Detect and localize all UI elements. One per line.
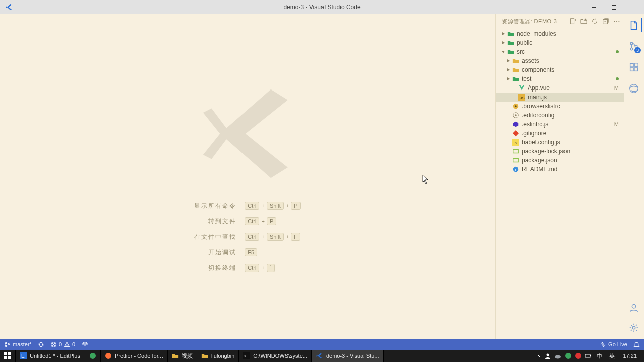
tree-item-label: .gitignore xyxy=(522,130,619,137)
folder-icon xyxy=(172,352,179,359)
svg-point-54 xyxy=(547,354,549,356)
start-button[interactable] xyxy=(0,350,16,362)
sync-status[interactable] xyxy=(38,341,44,348)
new-file-icon[interactable] xyxy=(569,17,577,25)
taskbar-item[interactable]: EUntitled1 * - EditPlus xyxy=(16,350,85,362)
file--editorconfig[interactable]: .editorconfig xyxy=(496,111,624,120)
git-dot-icon xyxy=(616,50,619,53)
eslint-icon xyxy=(512,120,520,128)
explorer-activity-icon[interactable] xyxy=(626,17,642,33)
twisty-icon[interactable] xyxy=(505,76,512,81)
svg-rect-28 xyxy=(630,68,633,71)
folder-node-modules[interactable]: node_modules xyxy=(496,29,624,38)
source-control-activity-icon[interactable]: 3 xyxy=(626,38,642,54)
svg-rect-59 xyxy=(590,355,591,356)
folder-assets[interactable]: assets xyxy=(496,56,624,65)
svg-point-32 xyxy=(632,305,635,308)
tray-battery-icon[interactable] xyxy=(585,352,592,359)
edge-tools-activity-icon[interactable] xyxy=(626,80,642,97)
problems-status[interactable]: 0 0 xyxy=(50,341,75,348)
folder-src[interactable]: src xyxy=(496,47,624,56)
close-button[interactable] xyxy=(624,0,644,14)
tree-item-label: App.vue xyxy=(528,84,612,92)
twisty-icon[interactable] xyxy=(500,49,507,54)
notifications-status[interactable] xyxy=(633,341,640,348)
tree-item-label: components xyxy=(522,66,619,73)
file-app-vue[interactable]: App.vueM xyxy=(496,83,624,93)
ime-indicator-2[interactable]: 英 xyxy=(607,352,617,360)
account-activity-icon[interactable] xyxy=(626,300,642,316)
git-dot-icon xyxy=(616,77,619,80)
more-icon[interactable] xyxy=(613,17,621,25)
file-tree[interactable]: node_modulespublicsrcassetscomponentstes… xyxy=(496,28,624,339)
port-status[interactable] xyxy=(82,341,88,348)
tray-record-icon[interactable] xyxy=(575,352,582,359)
git-branch-status[interactable]: master* xyxy=(4,341,32,348)
taskbar-item-label: liulongbin xyxy=(211,353,234,359)
twisty-icon[interactable] xyxy=(500,40,507,45)
tray-green-icon[interactable] xyxy=(565,352,572,359)
file-babel-config-js[interactable]: bbabel.config.js xyxy=(496,138,624,147)
warning-count: 0 xyxy=(72,341,75,347)
system-tray[interactable]: 中 英 17:21 xyxy=(534,352,644,360)
vscode-logo-icon xyxy=(4,3,13,12)
tree-item-label: test xyxy=(522,75,616,82)
file-readme-md[interactable]: iREADME.md xyxy=(496,165,624,174)
svg-point-56 xyxy=(565,353,571,359)
editplus-icon: E xyxy=(20,352,27,359)
new-folder-icon[interactable] xyxy=(580,17,588,25)
file-main-js[interactable]: JSmain.js xyxy=(496,93,624,102)
activity-bar: 3 xyxy=(624,14,644,339)
minimize-button[interactable] xyxy=(584,0,604,14)
taskbar-item[interactable] xyxy=(85,350,101,362)
twisty-icon[interactable] xyxy=(505,58,512,63)
folder-icon xyxy=(507,30,515,38)
tree-item-label: babel.config.js xyxy=(522,139,619,146)
svg-rect-58 xyxy=(585,354,590,357)
firefox-icon xyxy=(105,352,112,359)
tray-people-icon[interactable] xyxy=(544,352,551,359)
taskbar-item[interactable]: demo-3 - Visual Stu... xyxy=(312,350,384,362)
file--gitignore[interactable]: .gitignore xyxy=(496,129,624,138)
collapse-all-icon[interactable] xyxy=(602,17,610,25)
file--eslintrc-js[interactable]: .eslintrc.jsM xyxy=(496,120,624,129)
file-package-json[interactable]: package.json xyxy=(496,156,624,165)
svg-text:E: E xyxy=(21,353,25,359)
taskbar-item[interactable]: 视频 xyxy=(168,350,197,362)
svg-point-55 xyxy=(555,355,561,359)
settings-activity-icon[interactable] xyxy=(626,320,642,336)
tray-onedrive-icon[interactable] xyxy=(554,352,561,359)
folder-test[interactable]: test xyxy=(496,74,624,83)
folder-icon xyxy=(512,66,520,74)
folder-components[interactable]: components xyxy=(496,65,624,74)
taskbar-clock[interactable]: 17:21 xyxy=(620,353,640,359)
svg-point-11 xyxy=(614,21,615,22)
npm-icon xyxy=(512,156,520,164)
file--browserslistrc[interactable]: .browserslistrc xyxy=(496,102,624,111)
go-live-status[interactable]: Go Live xyxy=(600,341,627,348)
taskbar-item-label: Prettier - Code for... xyxy=(115,353,163,359)
folder-public[interactable]: public xyxy=(496,38,624,47)
twisty-icon[interactable] xyxy=(505,67,512,72)
tree-item-label: src xyxy=(517,48,616,55)
taskbar-item-label: C:\WINDOWS\syste... xyxy=(253,353,307,359)
twisty-icon[interactable] xyxy=(500,31,507,36)
ime-indicator-1[interactable]: 中 xyxy=(595,352,604,360)
extensions-activity-icon[interactable] xyxy=(626,59,642,75)
taskbar-item[interactable]: Prettier - Code for... xyxy=(101,350,168,362)
status-bar: master* 0 0 Go Live xyxy=(0,339,644,350)
tray-chevron-icon[interactable] xyxy=(534,352,541,359)
shortcut-label: 转到文件 xyxy=(194,217,236,226)
svg-point-43 xyxy=(602,343,604,345)
tree-item-label: .editorconfig xyxy=(522,112,619,119)
cmd-icon: >_ xyxy=(243,352,250,359)
maximize-button[interactable] xyxy=(604,0,624,14)
taskbar-item[interactable]: liulongbin xyxy=(197,350,239,362)
svg-point-25 xyxy=(630,48,633,50)
taskbar-item[interactable]: >_C:\WINDOWS\syste... xyxy=(239,350,312,362)
js-icon: JS xyxy=(518,93,526,101)
file-package-lock-json[interactable]: package-lock.json xyxy=(496,147,624,156)
refresh-icon[interactable] xyxy=(591,17,599,25)
folder-icon xyxy=(507,39,515,47)
svg-point-24 xyxy=(630,42,633,45)
